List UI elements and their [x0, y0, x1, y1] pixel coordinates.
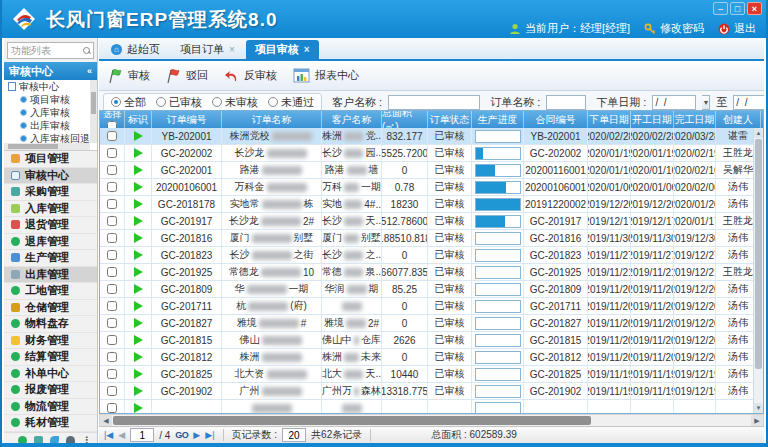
column-header-8[interactable]: 合同编号	[524, 111, 588, 128]
table-row[interactable]: GC-201827雅境#雅境2#0已审核GC-2018272019/11/202…	[100, 315, 753, 332]
row-checkbox[interactable]	[107, 250, 117, 260]
tree-horizontal-scrollbar[interactable]	[4, 143, 90, 150]
sidebar-item-结算管理[interactable]: 结算管理	[4, 349, 97, 366]
table-row[interactable]: 20200106001万科金万科一期0.78已审核202001060012020…	[100, 179, 753, 196]
tree-item[interactable]: 项目审核	[4, 93, 97, 106]
column-header-0[interactable]: 选择	[100, 111, 125, 128]
tab-start-page[interactable]: ⌂ 起始页	[102, 40, 169, 59]
sidebar-item-审核中心[interactable]: 审核中心	[4, 168, 97, 185]
first-page-button[interactable]: |◀	[104, 430, 113, 440]
sidebar-item-报废管理[interactable]: 报废管理	[4, 382, 97, 399]
row-checkbox[interactable]	[107, 182, 117, 192]
sidebar-item-项目管理[interactable]: 项目管理	[4, 151, 97, 168]
last-page-button[interactable]: ▶|	[205, 430, 214, 440]
report-center-button[interactable]: 报表中心	[293, 68, 359, 83]
tab-close-icon[interactable]: ×	[229, 44, 235, 55]
grid-vertical-scrollbar[interactable]: ▲ ▼	[753, 128, 763, 413]
audit-button[interactable]: 审核	[108, 68, 150, 84]
column-header-5[interactable]: 总面积(㎡)	[382, 111, 428, 128]
customer-name-input[interactable]	[388, 95, 480, 110]
row-checkbox[interactable]	[107, 216, 117, 226]
table-row[interactable]: GC-201809华一期华润期85.25已审核GC-2018092019/11/…	[100, 281, 753, 298]
tab-close-icon[interactable]: ×	[304, 44, 310, 55]
page-size-input[interactable]	[282, 428, 306, 442]
sidebar-item-补单中心[interactable]: 补单中心	[4, 366, 97, 383]
row-checkbox[interactable]	[107, 301, 117, 311]
collapse-icon[interactable]: «	[87, 66, 92, 76]
sidebar-item-财务管理[interactable]: 财务管理	[4, 333, 97, 350]
tree-vertical-scrollbar[interactable]	[90, 80, 97, 143]
sidebar-item-出库管理[interactable]: 出库管理	[4, 267, 97, 284]
row-checkbox[interactable]	[107, 403, 117, 413]
sidebar-panel-header[interactable]: 审核中心 «	[4, 62, 97, 80]
table-row[interactable]: GC-202001路港路港墙0已审核202001160012020/01/162…	[100, 162, 753, 179]
scroll-down-icon[interactable]: ▼	[754, 403, 763, 413]
reject-button[interactable]: 驳回	[166, 68, 208, 84]
vertical-scroll-thumb[interactable]	[755, 139, 762, 369]
row-checkbox[interactable]	[107, 131, 117, 141]
column-header-6[interactable]: 订单状态	[428, 111, 472, 128]
table-row[interactable]	[100, 400, 753, 413]
go-button[interactable]: GO	[175, 430, 188, 440]
row-checkbox[interactable]	[107, 199, 117, 209]
tree-item[interactable]: 出库审核	[4, 119, 97, 132]
row-checkbox[interactable]	[107, 284, 117, 294]
table-row[interactable]: YB-202001株洲党校株洲党..832.177已审核YB-202001202…	[100, 128, 753, 145]
radio-已审核[interactable]: 已审核	[156, 95, 202, 110]
radio-全部[interactable]: 全部	[111, 95, 146, 110]
column-header-4[interactable]: 客户名称	[322, 111, 382, 128]
row-checkbox[interactable]	[107, 148, 117, 158]
order-date-input[interactable]	[652, 95, 696, 110]
table-row[interactable]: GC-2018178实地常栋实地4#..18230已审核201912200022…	[100, 196, 753, 213]
sidebar-item-仓储管理[interactable]: 仓储管理	[4, 300, 97, 317]
sidebar-item-物流管理[interactable]: 物流管理	[4, 399, 97, 416]
tree-item[interactable]: 入库审核	[4, 106, 97, 119]
row-checkbox[interactable]	[107, 267, 117, 277]
row-checkbox[interactable]	[107, 369, 117, 379]
minimize-button[interactable]: –	[713, 2, 728, 15]
row-checkbox[interactable]	[107, 233, 117, 243]
table-row[interactable]: GC-202002长沙龙长沙园..65525.7200..已审核GC-20200…	[100, 145, 753, 162]
table-row[interactable]: GC-201812株洲株洲未来0已审核GC-2018122019/11/2020…	[100, 349, 753, 366]
scroll-up-icon[interactable]: ▲	[754, 128, 763, 138]
table-row[interactable]: GC-201902广州广州万森林13318.775已审核GC-201902201…	[100, 383, 753, 400]
table-row[interactable]: GC-201825北大资北大天..10440已审核GC-2018252019/1…	[100, 366, 753, 383]
tab-project-audit[interactable]: 项目审核 ×	[246, 40, 319, 59]
table-row[interactable]: GC-201925常德龙10常德泉..266077.835..已审核GC-201…	[100, 264, 753, 281]
order-name-input[interactable]	[546, 95, 586, 110]
column-header-9[interactable]: 下单日期	[588, 111, 631, 128]
column-header-2[interactable]: 订单编号	[152, 111, 222, 128]
scroll-right-icon[interactable]: ▶	[751, 415, 763, 426]
table-row[interactable]: GC-201711杭(府)0已审核GC-2017112019/11/202019…	[100, 298, 753, 315]
sidebar-item-采购管理[interactable]: 采购管理	[4, 184, 97, 201]
sidebar-item-物料盘存[interactable]: 物料盘存	[4, 316, 97, 333]
row-checkbox[interactable]	[107, 318, 117, 328]
column-header-1[interactable]: 标识	[125, 111, 152, 128]
sidebar-item-耗材管理[interactable]: 耗材管理	[4, 415, 97, 432]
table-row[interactable]: GC-201815佛山佛山中仓库2626已审核GC-2018152019/11/…	[100, 332, 753, 349]
horizontal-scroll-thumb[interactable]	[113, 416, 591, 425]
logout-button[interactable]: 退出	[718, 21, 756, 36]
column-header-3[interactable]: 订单名称	[222, 111, 322, 128]
order-date-to-input[interactable]	[733, 95, 764, 110]
row-checkbox[interactable]	[107, 386, 117, 396]
sidebar-item-生产管理[interactable]: 生产管理	[4, 250, 97, 267]
table-row[interactable]: GC-201917长沙龙2#长沙天..8512.78600..已审核GC-201…	[100, 213, 753, 230]
sidebar-item-退库管理[interactable]: 退库管理	[4, 234, 97, 251]
radio-未通过[interactable]: 未通过	[268, 95, 314, 110]
row-checkbox[interactable]	[107, 335, 117, 345]
tree-root[interactable]: 审核中心	[4, 80, 97, 93]
scroll-left-icon[interactable]: ◀	[100, 415, 112, 426]
column-header-10[interactable]: 开工日期	[631, 111, 674, 128]
table-row[interactable]: GC-201816厦门别墅厦门别墅188510.818已审核GC-2018162…	[100, 230, 753, 247]
close-button[interactable]: ×	[747, 2, 762, 15]
reverse-audit-button[interactable]: 反审核	[224, 68, 277, 83]
sidebar-item-入库管理[interactable]: 入库管理	[4, 201, 97, 218]
prev-page-button[interactable]: ◀	[118, 430, 125, 440]
tab-project-orders[interactable]: 项目订单 ×	[171, 40, 244, 59]
column-header-12[interactable]: 创建人	[716, 111, 761, 128]
column-header-11[interactable]: 完工日期	[674, 111, 716, 128]
sidebar-item-退货管理[interactable]: 退货管理	[4, 217, 97, 234]
function-search-input[interactable]: 功能列表	[7, 42, 94, 59]
next-page-button[interactable]: ▶	[193, 430, 200, 440]
